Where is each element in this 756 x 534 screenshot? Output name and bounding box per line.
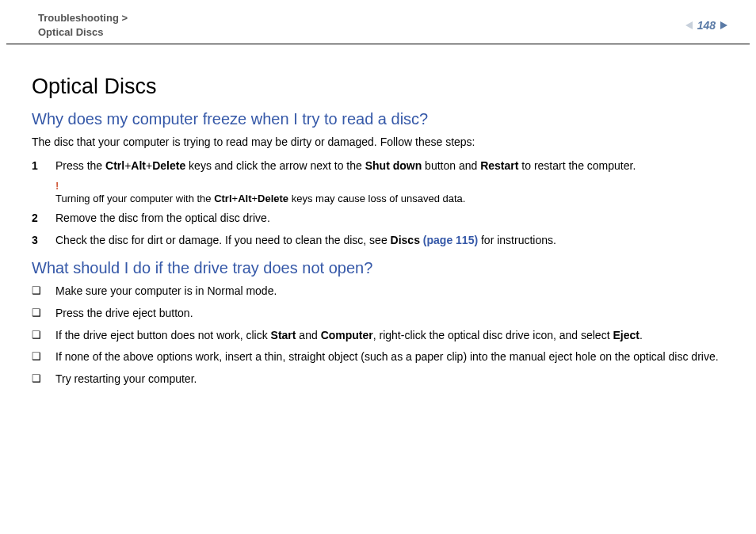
cross-ref-label: Discs xyxy=(391,234,423,246)
list-item-text: If the drive eject button does not work,… xyxy=(55,328,724,344)
step-text: Check the disc for dirt or damage. If yo… xyxy=(55,233,724,249)
list-item-text: Press the drive eject button. xyxy=(55,306,724,322)
prev-page-icon[interactable] xyxy=(685,21,693,29)
bullet-icon: ❑ xyxy=(32,328,55,344)
list-item: ❑ Make sure your computer is in Normal m… xyxy=(32,284,724,299)
list-item: ❑ If none of the above options work, ins… xyxy=(32,349,724,365)
warning-icon: ! xyxy=(55,180,724,192)
bullet-icon: ❑ xyxy=(32,372,55,387)
step-text: Press the Ctrl+Alt+Delete keys and click… xyxy=(55,158,724,174)
page-header: Troubleshooting > Optical Discs 148 xyxy=(6,0,750,44)
breadcrumb: Troubleshooting > Optical Discs xyxy=(38,11,128,39)
question-1-heading: Why does my computer freeze when I try t… xyxy=(32,110,724,128)
bullet-icon: ❑ xyxy=(32,284,55,299)
step-2: 2 Remove the disc from the optical disc … xyxy=(32,211,724,227)
question-2-heading: What should I do if the drive tray does … xyxy=(32,259,724,277)
list-item-text: Try restarting your computer. xyxy=(55,372,724,387)
breadcrumb-parent[interactable]: Troubleshooting xyxy=(38,12,119,24)
breadcrumb-sep: > xyxy=(119,12,128,24)
step-1: 1 Press the Ctrl+Alt+Delete keys and cli… xyxy=(32,158,724,174)
list-item-text: Make sure your computer is in Normal mod… xyxy=(55,284,724,299)
warning-note: ! Turning off your computer with the Ctr… xyxy=(55,180,724,204)
step-text: Remove the disc from the optical disc dr… xyxy=(55,211,724,227)
list-item: ❑ Press the drive eject button. xyxy=(32,306,724,322)
list-item: ❑ Try restarting your computer. xyxy=(32,372,724,387)
step-number: 2 xyxy=(32,211,55,227)
warning-text: Turning off your computer with the Ctrl+… xyxy=(55,193,465,204)
question-1-intro: The disc that your computer is trying to… xyxy=(32,135,724,151)
question-2-list: ❑ Make sure your computer is in Normal m… xyxy=(32,284,724,387)
bullet-icon: ❑ xyxy=(32,349,55,365)
cross-ref-link[interactable]: (page 115) xyxy=(423,234,478,246)
page-indicator: 148 xyxy=(685,11,727,32)
step-number: 3 xyxy=(32,233,55,249)
step-3: 3 Check the disc for dirt or damage. If … xyxy=(32,233,724,249)
breadcrumb-current[interactable]: Optical Discs xyxy=(38,26,103,38)
bullet-icon: ❑ xyxy=(32,306,55,322)
question-1-steps-cont: 2 Remove the disc from the optical disc … xyxy=(32,211,724,248)
section-title: Optical Discs xyxy=(32,74,724,99)
page-number: 148 xyxy=(697,19,716,32)
list-item: ❑ If the drive eject button does not wor… xyxy=(32,328,724,344)
step-number: 1 xyxy=(32,158,55,174)
question-1-steps: 1 Press the Ctrl+Alt+Delete keys and cli… xyxy=(32,158,724,174)
list-item-text: If none of the above options work, inser… xyxy=(55,349,724,365)
next-page-icon[interactable] xyxy=(720,21,727,29)
page-content: Optical Discs Why does my computer freez… xyxy=(0,44,756,387)
